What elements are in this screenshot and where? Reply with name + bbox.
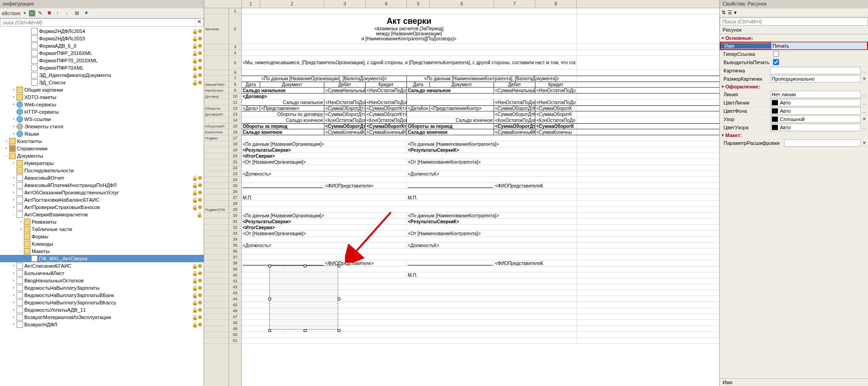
dropdown-icon[interactable]: ▾ [861,76,868,82]
prop-patterncolor-row[interactable]: ЦветУзора Авто… [720,123,868,132]
grid-cell[interactable]: <СуммаОборотДтК [494,106,535,111]
prop-bgcolor-row[interactable]: ЦветФона Авто… [720,107,868,115]
actions-menu[interactable]: ействия [2,11,21,16]
prop-param-row[interactable]: ПараметрРасшифровки ▾ [720,139,868,147]
grid-cell[interactable]: <По данным [НазваниеОрганизации]> [242,141,407,147]
tree-node[interactable]: ФорматПФР70_2010XML🔒 [0,57,204,64]
grid-cell[interactable]: <КонОстатокПоДогов [324,117,366,123]
prop-linecolor-row[interactable]: ЦветЛинии Авто… [720,99,868,107]
grid-cell[interactable]: Сальдо начальное [242,99,324,105]
grid-cell[interactable]: <От [НазваниеОрганизации]> [242,231,407,236]
tree-node[interactable]: +АктСписанияЕГАИС🔒 [0,262,204,270]
grid-cell[interactable] [242,135,577,141]
tree-node[interactable]: +АктОбОказанииПроизводственныхУслуг🔒 [0,189,204,196]
tree-node[interactable]: +Общие картинки [0,86,204,94]
grid-cell[interactable]: <СуммаКонечныйК [494,129,535,135]
tree-node[interactable]: +Константы [0,138,204,145]
grid-cell[interactable]: Дата [407,82,430,87]
tree-node[interactable]: +ВозвратНДФЛ🔒 [0,321,204,328]
tree-node[interactable]: +Языки [0,130,204,138]
tree-node[interactable]: +АвансовыйОтчет🔒 [0,174,204,182]
tree-node[interactable]: +Нумераторы [0,160,204,167]
grid-cell[interactable]: Дебет [324,82,366,87]
grid-cell[interactable]: Кредит [535,82,577,87]
config-tree[interactable]: Форма2НДФЛс2014🔒Форма2НДФЛс2015🔒ФормаАДВ… [0,27,204,386]
grid-cell[interactable] [242,201,577,206]
grid-cell[interactable]: <От [НаименованиеКонтрагента]> [407,159,577,165]
tree-node[interactable]: +ВедомостьНаВыплатуЗарплатыВКассу🔒 [0,299,204,306]
tree-node[interactable]: +АктПостановкиНаБалансЕГАИС🔒 [0,196,204,204]
grid-cell[interactable]: <НачОстатокПоДо [535,88,577,93]
grid-cell[interactable]: <СуммаОборотКт> [366,124,407,129]
grid-cell[interactable]: Документ [430,82,494,87]
grid-cell[interactable]: Обороты за период [242,124,324,129]
tree-node[interactable]: +WS-ссылки [0,116,204,123]
grid-cell[interactable]: <СуммаОборотДт> [324,111,366,117]
tree-node[interactable]: +Элементы стиля [0,123,204,130]
grid-cell[interactable]: <РезультатыСверкиК> [407,219,577,224]
grid-cell[interactable]: М.П. [407,272,577,278]
hyperlink-checkbox[interactable] [773,51,779,57]
grid-cell[interactable]: <СуммаНачальныйО [324,88,366,93]
tree-node[interactable]: Форма2НДФЛс2014🔒 [0,28,204,35]
tree-node[interactable]: ЭД_ИдентификаторДокумента🔒 [0,72,204,79]
grid-cell[interactable]: <ДолжностьК> [407,243,577,248]
toolbar-icon[interactable]: ✖ [47,10,54,17]
grid-cell[interactable]: <По данным [НазваниеОрганизации], [Валют… [242,76,407,81]
column-ruler[interactable]: 12345678 [204,0,719,8]
grid-cell[interactable]: Сальдо конечное [407,117,494,123]
toolbar-icon[interactable]: ⊞ [75,10,81,17]
tree-node[interactable]: +ВедомостьУплатыАДВ_11🔒 [0,306,204,314]
tree-node[interactable]: +XDTO-пакеты [0,94,204,101]
section-main[interactable]: Основные: [720,34,868,42]
grid-cell[interactable]: Дебет [494,82,535,87]
tree-node[interactable]: Команды [0,240,204,248]
grid-cell[interactable]: <КонОстатокПоДо [535,117,577,123]
tree-node[interactable]: +ВозвратМатериаловИзЭксплуатации🔒 [0,314,204,321]
grid-cell[interactable]: <НачОстатокПоДогов [324,99,366,105]
tree-node[interactable]: +Web-сервисы [0,101,204,108]
spreadsheet-grid[interactable]: Акт сверки<взаимных расчетов [ЗаПериод]м… [242,8,719,386]
prop-hyperlink-row[interactable]: ГиперСсылка [720,50,868,58]
clear-search-button[interactable]: ✕ [195,19,203,26]
grid-cell[interactable]: Обороты по договору [242,111,324,117]
tree-node[interactable]: -Макеты [0,248,204,255]
prop-name-row[interactable]: Имя [720,42,868,50]
prop-pattern-row[interactable]: Узор Сплошной▾ [720,115,868,123]
grid-cell[interactable]: Документ [260,82,324,87]
tree-node[interactable]: ФорматПФР70XML🔒 [0,64,204,72]
grid-cell[interactable] [242,189,577,194]
grid-cell[interactable] [242,44,577,50]
toolbar-icon[interactable]: ◯ [29,10,35,17]
props-categ-icon[interactable]: ☰ [728,10,732,16]
rownum-column[interactable]: 1234567891011121314151617181920212223242… [229,8,242,386]
grid-cell[interactable]: <СуммаОборотК [535,111,577,117]
tree-node[interactable]: Форма2НДФЛс2015🔒 [0,35,204,42]
grid-cell[interactable]: <КонОстатокПоДогов [366,117,407,123]
grid-cell[interactable] [242,183,324,188]
grid-cell[interactable]: <ДолжностьК> [407,171,577,176]
tree-node[interactable]: +АвансовыйПлатежИностранцаПоНДФЛ🔒 [0,182,204,189]
tree-node[interactable]: -АктСверкиВзаиморасчетов🔒 [0,211,204,218]
prop-line-row[interactable]: Линия Нет линии… [720,90,868,99]
grid-cell[interactable]: <ИтогСверки> [242,153,577,159]
grid-cell[interactable]: <СуммаОборотКт> [366,111,407,117]
grid-cell[interactable]: <СуммаОборотКт> [366,106,407,111]
grid-cell[interactable] [242,254,577,260]
grid-cell[interactable]: <По данным [НаименованиеКонтрагента], [В… [407,76,577,81]
grid-cell[interactable]: <От [НаименованиеКонтрагента]> [407,231,577,236]
tree-node[interactable]: ЭД_Список🔒 [0,79,204,86]
grid-cell[interactable]: Сальдо конечное [407,129,494,135]
grid-cell[interactable] [242,332,577,337]
grid-cell[interactable]: <Должность> [242,243,407,248]
grid-cell[interactable]: <НачОстатокПоДо [535,99,577,105]
grid-cell[interactable]: <От [НазваниеОрганизации]> [242,159,407,165]
grid-cell[interactable]: <Дата> [242,106,260,111]
tree-node[interactable]: +ВводНачальныхОстатков🔒 [0,277,204,284]
grid-cell[interactable]: <НачОстатокПоДо [366,88,407,93]
tree-node[interactable]: -Документы [0,152,204,160]
print-checkbox[interactable] [773,59,779,65]
grid-cell[interactable]: <Договор> [242,94,407,99]
grid-cell[interactable] [407,111,494,117]
line-browse[interactable]: … [861,92,868,97]
